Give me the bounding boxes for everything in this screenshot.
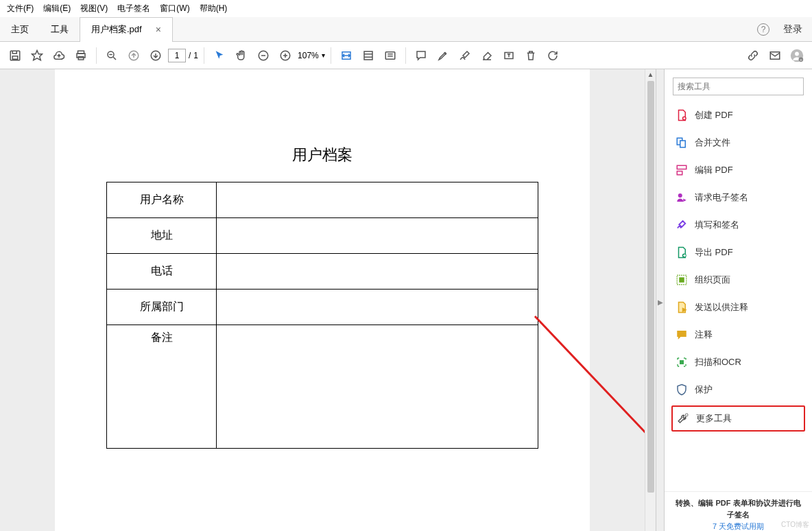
- tab-document-label: 用户档案.pdf: [91, 23, 142, 36]
- fit-page-icon[interactable]: [359, 46, 378, 65]
- tool-combine[interactable]: 合并文件: [671, 131, 805, 154]
- svg-point-26: [678, 193, 682, 198]
- save-icon[interactable]: [5, 46, 25, 65]
- field-label: 电话: [107, 254, 217, 290]
- svg-rect-24: [677, 165, 686, 169]
- table-row: 备注: [107, 325, 538, 449]
- trash-icon[interactable]: [521, 46, 540, 65]
- menu-file[interactable]: 文件(F): [7, 3, 34, 14]
- main: 用户档案 用户名称 地址 电话 所属部门 备注 ▲ ▶ 创建 PDF 合并文件 …: [0, 69, 812, 531]
- tool-comment[interactable]: 注释: [671, 323, 805, 346]
- svg-point-17: [795, 51, 799, 56]
- wrench-icon: [677, 412, 689, 425]
- tool-fill-sign[interactable]: 填写和签名: [671, 213, 805, 237]
- tool-label: 组织页面: [695, 274, 730, 286]
- field-label: 所属部门: [107, 290, 217, 325]
- tool-send-comment[interactable]: 发送以供注释: [671, 296, 805, 319]
- zoom-value: 107%: [298, 51, 319, 60]
- tool-create-pdf[interactable]: 创建 PDF: [671, 104, 805, 127]
- search-tools-box[interactable]: [673, 78, 804, 95]
- arrow-up-icon[interactable]: [124, 46, 143, 65]
- svg-text:+: +: [800, 58, 802, 62]
- zoom-out-find-icon[interactable]: [102, 46, 121, 65]
- scroll-thumb[interactable]: [647, 81, 654, 493]
- tool-export-pdf[interactable]: 导出 PDF: [671, 241, 805, 264]
- table-row: 所属部门: [107, 290, 538, 325]
- tool-label: 发送以供注释: [695, 301, 748, 314]
- mail-icon[interactable]: [765, 46, 785, 65]
- tool-more-tools[interactable]: 更多工具: [671, 405, 805, 432]
- tab-home[interactable]: 主页: [0, 17, 40, 42]
- page-total: 1: [193, 51, 198, 60]
- watermark: CTO博客: [781, 520, 809, 530]
- close-icon[interactable]: ×: [156, 24, 161, 35]
- highlight-icon[interactable]: [433, 46, 453, 65]
- table-row: 电话: [107, 254, 538, 290]
- tool-list: 创建 PDF 合并文件 编辑 PDF 请求电子签名 填写和签名 导出 PDF 组…: [665, 101, 812, 434]
- svg-rect-23: [680, 141, 686, 148]
- erase-icon[interactable]: [477, 46, 497, 65]
- zoom-out-icon[interactable]: [254, 46, 273, 65]
- combine-icon: [676, 137, 688, 149]
- tool-scan-ocr[interactable]: 扫描和OCR: [671, 351, 805, 374]
- tool-organize[interactable]: 组织页面: [671, 268, 805, 292]
- tool-label: 导出 PDF: [695, 246, 733, 259]
- field-value: [217, 325, 538, 449]
- chevron-down-icon: ▾: [322, 51, 325, 59]
- tool-label: 扫描和OCR: [695, 356, 741, 368]
- pdf-page: 用户档案 用户名称 地址 电话 所属部门 备注: [55, 69, 590, 531]
- text-icon[interactable]: [499, 46, 518, 65]
- pointer-icon[interactable]: [210, 46, 229, 65]
- menu-view[interactable]: 视图(V): [80, 3, 108, 14]
- link-icon[interactable]: [743, 46, 763, 65]
- export-icon: [676, 246, 688, 259]
- tool-edit-pdf[interactable]: 编辑 PDF: [671, 158, 805, 182]
- search-tools-input[interactable]: [678, 82, 799, 91]
- help-icon[interactable]: ?: [757, 23, 769, 36]
- menu-help[interactable]: 帮助(H): [200, 3, 228, 14]
- tab-tools[interactable]: 工具: [40, 17, 80, 42]
- table-row: 地址: [107, 218, 538, 254]
- tool-protect[interactable]: 保护: [671, 378, 805, 401]
- panel-collapse-handle[interactable]: ▶: [656, 69, 664, 531]
- field-value: [217, 218, 538, 254]
- comment-icon[interactable]: [411, 46, 431, 65]
- field-label: 备注: [107, 325, 217, 449]
- login-button[interactable]: 登录: [783, 23, 802, 36]
- user-icon[interactable]: +: [787, 46, 807, 65]
- edit-pdf-icon: [676, 164, 688, 176]
- hand-icon[interactable]: [232, 46, 251, 65]
- request-sign-icon: [676, 191, 688, 204]
- draw-icon[interactable]: [455, 46, 475, 65]
- field-value: [217, 290, 538, 325]
- svg-rect-30: [680, 360, 684, 364]
- svg-rect-25: [677, 172, 682, 175]
- page-current-input[interactable]: [168, 49, 186, 62]
- svg-rect-29: [679, 277, 684, 283]
- tool-request-sign[interactable]: 请求电子签名: [671, 186, 805, 209]
- menu-esign[interactable]: 电子签名: [117, 3, 150, 14]
- tool-label: 填写和签名: [695, 219, 739, 231]
- document-viewport[interactable]: 用户档案 用户名称 地址 电话 所属部门 备注: [0, 69, 645, 531]
- zoom-in-icon[interactable]: [276, 46, 295, 65]
- scan-icon: [676, 356, 688, 368]
- read-mode-icon[interactable]: [381, 46, 400, 65]
- pen-icon: [676, 219, 688, 231]
- tab-document[interactable]: 用户档案.pdf ×: [80, 17, 173, 42]
- star-icon[interactable]: [27, 46, 47, 65]
- vertical-scrollbar[interactable]: ▲: [645, 69, 656, 531]
- print-icon[interactable]: [71, 46, 91, 65]
- file-plus-icon: [676, 109, 688, 121]
- tool-label: 请求电子签名: [695, 191, 748, 204]
- menu-edit[interactable]: 编辑(E): [43, 3, 71, 14]
- zoom-select[interactable]: 107% ▾: [298, 51, 325, 60]
- field-label: 用户名称: [107, 182, 217, 218]
- fit-width-icon[interactable]: [337, 46, 356, 65]
- cloud-icon[interactable]: [49, 46, 69, 65]
- field-value: [217, 254, 538, 290]
- table-row: 用户名称: [107, 182, 538, 218]
- scroll-up-icon[interactable]: ▲: [646, 69, 656, 80]
- menu-window[interactable]: 窗口(W): [160, 3, 189, 14]
- rotate-icon[interactable]: [543, 46, 562, 65]
- arrow-down-icon[interactable]: [146, 46, 165, 65]
